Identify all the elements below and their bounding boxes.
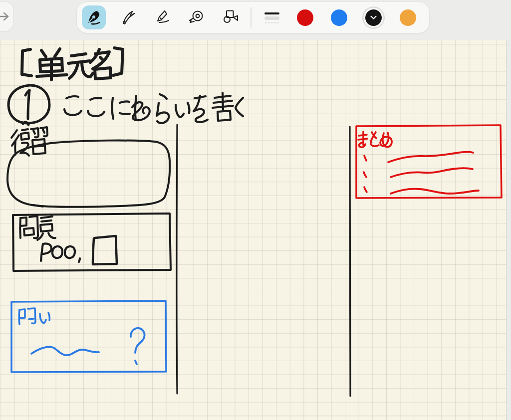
color-swatch-orange[interactable] (400, 9, 416, 26)
whiteboard-app (0, 0, 511, 420)
color-swatch-red[interactable] (297, 9, 313, 26)
toolbar-divider (251, 7, 252, 27)
drawing-canvas[interactable] (0, 40, 506, 420)
tool-fountain-pen[interactable] (82, 5, 106, 29)
pencil-icon (120, 9, 137, 26)
top-bar (0, 0, 511, 40)
drawing-toolbar (76, 1, 430, 33)
stroke-style-picker[interactable] (260, 6, 283, 29)
tool-pencil[interactable] (117, 5, 141, 29)
stroke-style-medium-icon (264, 16, 279, 20)
stroke-style-solid-icon (264, 12, 279, 15)
chevron-down-icon (370, 15, 377, 20)
arrow-right-icon (0, 10, 10, 23)
expand-sidebar-button[interactable] (0, 1, 14, 32)
shapes-icon (222, 9, 239, 26)
tape-icon (188, 9, 205, 26)
stroke-style-dotted-icon (265, 22, 279, 23)
color-swatch-blue[interactable] (331, 9, 347, 26)
fountain-pen-icon (85, 9, 102, 26)
color-swatch-black[interactable] (365, 9, 382, 26)
tool-marker[interactable] (152, 5, 176, 29)
tool-tape[interactable] (184, 5, 208, 29)
marker-icon (155, 9, 172, 26)
page-edge (506, 40, 511, 420)
tool-shapes[interactable] (218, 5, 242, 29)
